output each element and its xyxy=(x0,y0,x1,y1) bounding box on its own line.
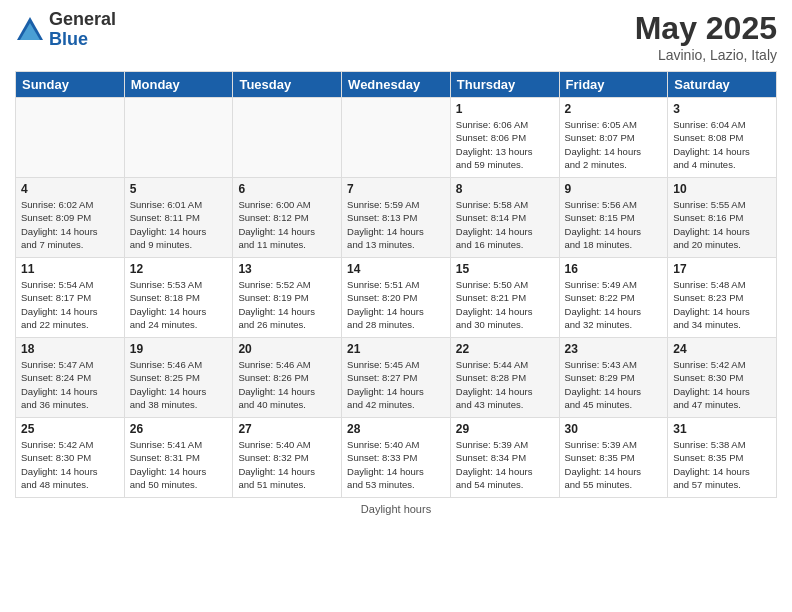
calendar-cell: 25Sunrise: 5:42 AM Sunset: 8:30 PM Dayli… xyxy=(16,418,125,498)
calendar-header-row: SundayMondayTuesdayWednesdayThursdayFrid… xyxy=(16,72,777,98)
calendar-cell: 31Sunrise: 5:38 AM Sunset: 8:35 PM Dayli… xyxy=(668,418,777,498)
calendar-header-friday: Friday xyxy=(559,72,668,98)
day-info: Sunrise: 5:47 AM Sunset: 8:24 PM Dayligh… xyxy=(21,358,119,411)
day-info: Sunrise: 5:56 AM Sunset: 8:15 PM Dayligh… xyxy=(565,198,663,251)
calendar-cell: 24Sunrise: 5:42 AM Sunset: 8:30 PM Dayli… xyxy=(668,338,777,418)
calendar-header-thursday: Thursday xyxy=(450,72,559,98)
day-number: 24 xyxy=(673,342,771,356)
month-title: May 2025 xyxy=(635,10,777,47)
day-number: 2 xyxy=(565,102,663,116)
calendar-week-1: 1Sunrise: 6:06 AM Sunset: 8:06 PM Daylig… xyxy=(16,98,777,178)
day-info: Sunrise: 5:38 AM Sunset: 8:35 PM Dayligh… xyxy=(673,438,771,491)
logo-blue: Blue xyxy=(49,30,116,50)
day-number: 12 xyxy=(130,262,228,276)
day-info: Sunrise: 5:51 AM Sunset: 8:20 PM Dayligh… xyxy=(347,278,445,331)
calendar-cell: 4Sunrise: 6:02 AM Sunset: 8:09 PM Daylig… xyxy=(16,178,125,258)
day-number: 14 xyxy=(347,262,445,276)
logo: General Blue xyxy=(15,10,116,50)
day-info: Sunrise: 5:41 AM Sunset: 8:31 PM Dayligh… xyxy=(130,438,228,491)
calendar-cell xyxy=(124,98,233,178)
calendar-cell: 16Sunrise: 5:49 AM Sunset: 8:22 PM Dayli… xyxy=(559,258,668,338)
day-number: 11 xyxy=(21,262,119,276)
day-info: Sunrise: 5:39 AM Sunset: 8:34 PM Dayligh… xyxy=(456,438,554,491)
calendar-header-saturday: Saturday xyxy=(668,72,777,98)
logo-general: General xyxy=(49,10,116,30)
day-number: 15 xyxy=(456,262,554,276)
day-info: Sunrise: 6:05 AM Sunset: 8:07 PM Dayligh… xyxy=(565,118,663,171)
location: Lavinio, Lazio, Italy xyxy=(635,47,777,63)
day-number: 21 xyxy=(347,342,445,356)
day-number: 6 xyxy=(238,182,336,196)
calendar-cell: 29Sunrise: 5:39 AM Sunset: 8:34 PM Dayli… xyxy=(450,418,559,498)
day-info: Sunrise: 5:52 AM Sunset: 8:19 PM Dayligh… xyxy=(238,278,336,331)
day-number: 25 xyxy=(21,422,119,436)
calendar-cell: 12Sunrise: 5:53 AM Sunset: 8:18 PM Dayli… xyxy=(124,258,233,338)
day-number: 3 xyxy=(673,102,771,116)
day-info: Sunrise: 6:04 AM Sunset: 8:08 PM Dayligh… xyxy=(673,118,771,171)
footer-text: Daylight hours xyxy=(361,503,431,515)
day-info: Sunrise: 5:58 AM Sunset: 8:14 PM Dayligh… xyxy=(456,198,554,251)
day-number: 29 xyxy=(456,422,554,436)
day-number: 1 xyxy=(456,102,554,116)
day-info: Sunrise: 5:40 AM Sunset: 8:32 PM Dayligh… xyxy=(238,438,336,491)
day-info: Sunrise: 6:02 AM Sunset: 8:09 PM Dayligh… xyxy=(21,198,119,251)
day-info: Sunrise: 6:01 AM Sunset: 8:11 PM Dayligh… xyxy=(130,198,228,251)
calendar-cell: 10Sunrise: 5:55 AM Sunset: 8:16 PM Dayli… xyxy=(668,178,777,258)
calendar-week-5: 25Sunrise: 5:42 AM Sunset: 8:30 PM Dayli… xyxy=(16,418,777,498)
day-number: 30 xyxy=(565,422,663,436)
day-info: Sunrise: 5:39 AM Sunset: 8:35 PM Dayligh… xyxy=(565,438,663,491)
calendar-week-2: 4Sunrise: 6:02 AM Sunset: 8:09 PM Daylig… xyxy=(16,178,777,258)
calendar-week-4: 18Sunrise: 5:47 AM Sunset: 8:24 PM Dayli… xyxy=(16,338,777,418)
day-info: Sunrise: 5:53 AM Sunset: 8:18 PM Dayligh… xyxy=(130,278,228,331)
calendar-cell: 19Sunrise: 5:46 AM Sunset: 8:25 PM Dayli… xyxy=(124,338,233,418)
day-info: Sunrise: 5:49 AM Sunset: 8:22 PM Dayligh… xyxy=(565,278,663,331)
day-number: 31 xyxy=(673,422,771,436)
day-info: Sunrise: 5:46 AM Sunset: 8:25 PM Dayligh… xyxy=(130,358,228,411)
calendar-cell: 13Sunrise: 5:52 AM Sunset: 8:19 PM Dayli… xyxy=(233,258,342,338)
calendar-header-monday: Monday xyxy=(124,72,233,98)
calendar-cell: 17Sunrise: 5:48 AM Sunset: 8:23 PM Dayli… xyxy=(668,258,777,338)
calendar-header-tuesday: Tuesday xyxy=(233,72,342,98)
calendar-cell xyxy=(342,98,451,178)
day-info: Sunrise: 5:42 AM Sunset: 8:30 PM Dayligh… xyxy=(673,358,771,411)
day-number: 8 xyxy=(456,182,554,196)
day-info: Sunrise: 6:00 AM Sunset: 8:12 PM Dayligh… xyxy=(238,198,336,251)
day-number: 20 xyxy=(238,342,336,356)
calendar-cell: 22Sunrise: 5:44 AM Sunset: 8:28 PM Dayli… xyxy=(450,338,559,418)
calendar-week-3: 11Sunrise: 5:54 AM Sunset: 8:17 PM Dayli… xyxy=(16,258,777,338)
calendar-cell xyxy=(233,98,342,178)
day-info: Sunrise: 5:42 AM Sunset: 8:30 PM Dayligh… xyxy=(21,438,119,491)
calendar-cell: 8Sunrise: 5:58 AM Sunset: 8:14 PM Daylig… xyxy=(450,178,559,258)
day-info: Sunrise: 5:48 AM Sunset: 8:23 PM Dayligh… xyxy=(673,278,771,331)
footer: Daylight hours xyxy=(15,503,777,515)
header: General Blue May 2025 Lavinio, Lazio, It… xyxy=(15,10,777,63)
day-number: 22 xyxy=(456,342,554,356)
calendar-cell: 1Sunrise: 6:06 AM Sunset: 8:06 PM Daylig… xyxy=(450,98,559,178)
calendar-cell: 7Sunrise: 5:59 AM Sunset: 8:13 PM Daylig… xyxy=(342,178,451,258)
day-number: 4 xyxy=(21,182,119,196)
logo-icon xyxy=(15,15,45,45)
calendar: SundayMondayTuesdayWednesdayThursdayFrid… xyxy=(15,71,777,498)
day-info: Sunrise: 5:46 AM Sunset: 8:26 PM Dayligh… xyxy=(238,358,336,411)
calendar-cell: 18Sunrise: 5:47 AM Sunset: 8:24 PM Dayli… xyxy=(16,338,125,418)
page: General Blue May 2025 Lavinio, Lazio, It… xyxy=(0,0,792,612)
logo-text: General Blue xyxy=(49,10,116,50)
day-info: Sunrise: 5:40 AM Sunset: 8:33 PM Dayligh… xyxy=(347,438,445,491)
day-number: 27 xyxy=(238,422,336,436)
day-number: 5 xyxy=(130,182,228,196)
calendar-cell: 15Sunrise: 5:50 AM Sunset: 8:21 PM Dayli… xyxy=(450,258,559,338)
calendar-cell xyxy=(16,98,125,178)
day-number: 17 xyxy=(673,262,771,276)
calendar-cell: 28Sunrise: 5:40 AM Sunset: 8:33 PM Dayli… xyxy=(342,418,451,498)
day-number: 7 xyxy=(347,182,445,196)
day-number: 19 xyxy=(130,342,228,356)
day-info: Sunrise: 5:59 AM Sunset: 8:13 PM Dayligh… xyxy=(347,198,445,251)
day-info: Sunrise: 5:44 AM Sunset: 8:28 PM Dayligh… xyxy=(456,358,554,411)
day-number: 26 xyxy=(130,422,228,436)
day-number: 23 xyxy=(565,342,663,356)
calendar-cell: 23Sunrise: 5:43 AM Sunset: 8:29 PM Dayli… xyxy=(559,338,668,418)
calendar-cell: 27Sunrise: 5:40 AM Sunset: 8:32 PM Dayli… xyxy=(233,418,342,498)
day-number: 18 xyxy=(21,342,119,356)
calendar-cell: 9Sunrise: 5:56 AM Sunset: 8:15 PM Daylig… xyxy=(559,178,668,258)
calendar-cell: 14Sunrise: 5:51 AM Sunset: 8:20 PM Dayli… xyxy=(342,258,451,338)
